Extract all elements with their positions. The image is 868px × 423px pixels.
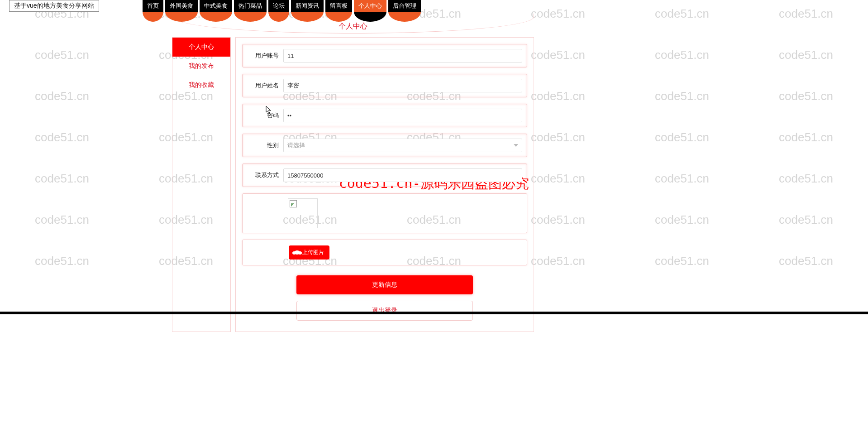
nav-chinese-food[interactable]: 中式美食 bbox=[200, 0, 232, 12]
password-label: 密码 bbox=[247, 111, 283, 120]
upload-row: 上传图片 bbox=[242, 240, 527, 265]
nav-guestbook[interactable]: 留言板 bbox=[325, 0, 352, 12]
update-info-button[interactable]: 更新信息 bbox=[296, 275, 473, 294]
avatar-row bbox=[242, 193, 527, 233]
name-label: 用户姓名 bbox=[247, 82, 283, 90]
contact-label: 联系方式 bbox=[247, 171, 283, 179]
nav-news[interactable]: 新闻资讯 bbox=[291, 0, 324, 12]
nav-foreign-food[interactable]: 外国美食 bbox=[165, 0, 198, 12]
cloud-upload-icon bbox=[294, 250, 300, 255]
nav-forum[interactable]: 论坛 bbox=[268, 0, 289, 12]
account-input[interactable] bbox=[283, 49, 522, 62]
upload-image-button[interactable]: 上传图片 bbox=[289, 245, 329, 260]
upload-label: 上传图片 bbox=[302, 249, 324, 256]
site-title: 基于vue的地方美食分享网站 bbox=[9, 0, 99, 12]
nav-admin[interactable]: 后台管理 bbox=[388, 0, 421, 12]
password-input[interactable] bbox=[283, 109, 522, 122]
account-label: 用户账号 bbox=[247, 52, 283, 60]
gender-placeholder: 请选择 bbox=[287, 141, 305, 149]
nav-popular[interactable]: 热门菜品 bbox=[234, 0, 267, 12]
sidebar-item-my-favorites[interactable]: 我的收藏 bbox=[172, 76, 230, 95]
name-input[interactable] bbox=[283, 79, 522, 92]
chevron-down-icon bbox=[514, 144, 518, 147]
sidebar-item-profile[interactable]: 个人中心 bbox=[172, 38, 230, 57]
gender-label: 性别 bbox=[247, 141, 283, 149]
nav-home[interactable]: 首页 bbox=[143, 0, 163, 12]
nav-profile[interactable]: 个人中心 bbox=[354, 0, 386, 12]
sidebar-item-my-posts[interactable]: 我的发布 bbox=[172, 57, 230, 76]
logout-button[interactable]: 退出登录 bbox=[296, 301, 473, 321]
sidebar: 个人中心 我的发布 我的收藏 bbox=[172, 37, 231, 332]
footer-bar bbox=[0, 312, 868, 314]
contact-input[interactable] bbox=[283, 168, 522, 182]
gender-select[interactable]: 请选择 bbox=[283, 139, 522, 152]
avatar-placeholder[interactable] bbox=[288, 198, 318, 228]
main-nav: 首页 外国美食 中式美食 热门菜品 论坛 新闻资讯 留言板 个人中心 后台管理 bbox=[143, 0, 421, 12]
profile-form: 用户账号 用户姓名 密码 性别 请选择 联系方式 bbox=[235, 37, 534, 332]
page-title: 个人中心 bbox=[339, 22, 367, 31]
